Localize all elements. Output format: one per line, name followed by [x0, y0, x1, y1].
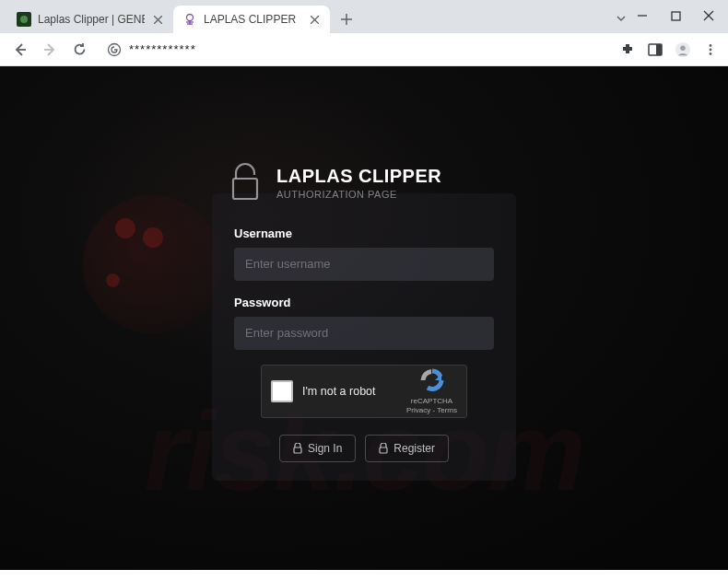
- svg-rect-20: [656, 44, 662, 55]
- watermark-graphic: [115, 218, 135, 238]
- tab-close-icon[interactable]: [151, 13, 164, 26]
- window-minimize-button[interactable]: [636, 9, 649, 22]
- username-label: Username: [234, 227, 494, 240]
- nav-reload-button[interactable]: [68, 39, 90, 61]
- svg-point-24: [710, 48, 712, 51]
- browser-tabbar: Laplas Clipper | GENERATION OF LAPLAS CL…: [0, 0, 728, 33]
- watermark-graphic: [143, 227, 163, 248]
- tab-favicon-icon: [182, 12, 197, 27]
- new-tab-button[interactable]: [334, 6, 359, 32]
- register-label: Register: [393, 442, 435, 455]
- svg-point-23: [710, 44, 712, 47]
- recaptcha-brand: reCAPTCHA Privacy - Terms: [406, 367, 457, 415]
- tab-close-icon[interactable]: [308, 13, 321, 26]
- nav-back-button[interactable]: [9, 39, 31, 61]
- svg-rect-1: [672, 12, 680, 20]
- tab-favicon-icon: [17, 12, 31, 27]
- password-input[interactable]: [234, 317, 494, 350]
- lock-icon: [229, 162, 262, 204]
- page-content: risk.com LAPLAS CLIPPER AUTHORIZATION PA…: [0, 66, 728, 570]
- svg-rect-29: [380, 447, 387, 453]
- page-subtitle: AUTHORIZATION PAGE: [276, 189, 441, 200]
- svg-point-25: [710, 52, 712, 55]
- watermark-graphic: [83, 195, 221, 333]
- browser-tab-active[interactable]: LAPLAS CLIPPER: [173, 6, 330, 33]
- recaptcha-checkbox[interactable]: [271, 380, 293, 402]
- search-engine-icon: [107, 42, 122, 57]
- window-maximize-button[interactable]: [669, 9, 682, 22]
- tab-overflow-icon[interactable]: [616, 11, 627, 28]
- menu-icon[interactable]: [702, 41, 719, 58]
- recaptcha-label: I'm not a robot: [302, 385, 397, 398]
- page-title: LAPLAS CLIPPER: [276, 166, 441, 187]
- address-input[interactable]: ************: [98, 37, 612, 63]
- lock-icon: [293, 443, 302, 454]
- svg-point-8: [187, 15, 194, 21]
- svg-rect-28: [294, 447, 301, 453]
- recaptcha-widget: I'm not a robot reCAPTCHA Privacy - Term…: [261, 365, 467, 418]
- svg-point-5: [20, 16, 28, 23]
- svg-point-22: [680, 45, 685, 50]
- login-form: LAPLAS CLIPPER AUTHORIZATION PAGE Userna…: [212, 193, 516, 481]
- address-text: ************: [129, 42, 196, 56]
- browser-tab-inactive[interactable]: Laplas Clipper | GENERATION OF: [7, 6, 173, 33]
- password-label: Password: [234, 296, 494, 309]
- tab-title: Laplas Clipper | GENERATION OF: [38, 13, 145, 26]
- svg-rect-26: [233, 179, 257, 199]
- watermark-graphic: [106, 273, 120, 287]
- nav-forward-button[interactable]: [39, 39, 61, 61]
- extensions-icon[interactable]: [619, 41, 636, 58]
- recaptcha-logo-icon: [419, 367, 445, 393]
- tab-title: LAPLAS CLIPPER: [204, 13, 301, 26]
- signin-label: Sign In: [308, 442, 342, 455]
- username-input[interactable]: [234, 248, 494, 281]
- register-button[interactable]: Register: [365, 435, 449, 462]
- side-panel-icon[interactable]: [647, 41, 663, 58]
- profile-icon[interactable]: [675, 41, 691, 58]
- window-close-button[interactable]: [702, 9, 715, 22]
- browser-addressbar: ************: [0, 33, 728, 66]
- lock-icon: [379, 443, 388, 454]
- signin-button[interactable]: Sign In: [279, 435, 356, 462]
